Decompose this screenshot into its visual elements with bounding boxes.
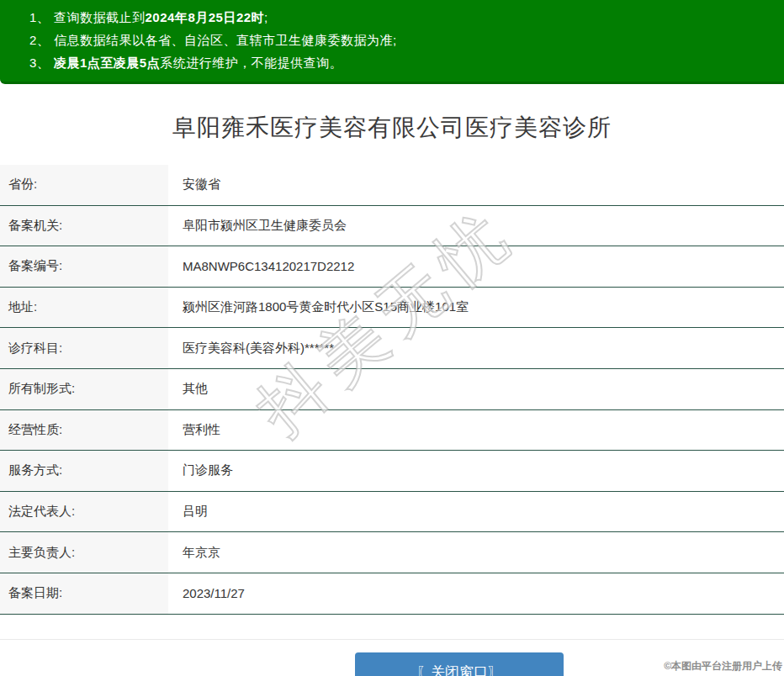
notice-text: 查询数据截止到: [54, 10, 146, 24]
row-label: 服务方式:: [0, 451, 168, 491]
notice-text: 系统进行维护，不能提供查询。: [160, 55, 342, 70]
row-value: MA8NWP6C134120217D2212: [168, 246, 784, 287]
row-value: 营利性: [168, 410, 784, 451]
row-label: 备案日期:: [0, 573, 168, 614]
notice-number: 2、: [29, 33, 54, 47]
notice-number: 1、: [29, 10, 54, 24]
row-label: 所有制形式:: [0, 369, 168, 409]
notice-header: 1、 查询数据截止到2024年8月25日22时; 2、 信息数据结果以各省、自治…: [0, 0, 784, 84]
table-row: 主要负责人: 年京京: [0, 532, 784, 573]
table-row: 服务方式: 门诊服务: [0, 451, 784, 492]
row-label: 诊疗科目:: [0, 328, 168, 368]
row-value: 其他: [168, 369, 784, 409]
copyright-note: ©本图由平台注册用户上传: [664, 659, 782, 673]
table-row: 备案日期: 2023/11/27: [0, 573, 784, 615]
table-row: 诊疗科目: 医疗美容科(美容外科)******: [0, 328, 784, 369]
row-label: 经营性质:: [0, 410, 168, 451]
table-row: 备案编号: MA8NWP6C134120217D2212: [0, 246, 784, 288]
table-row: 地址: 颍州区淮河路1800号黄金时代小区S15商业楼101室: [0, 288, 784, 329]
info-table: 省份: 安徽省 备案机关: 阜阳市颍州区卫生健康委员会 备案编号: MA8NWP…: [0, 165, 784, 615]
table-row: 备案机关: 阜阳市颍州区卫生健康委员会: [0, 206, 784, 247]
row-label: 省份:: [0, 165, 168, 205]
notice-item-2: 2、 信息数据结果以各省、自治区、直辖市卫生健康委数据为准;: [29, 29, 776, 51]
notice-item-3: 3、 凌晨1点至凌晨5点系统进行维护，不能提供查询。: [29, 51, 776, 74]
row-value: 安徽省: [168, 165, 784, 205]
page-title: 阜阳雍禾医疗美容有限公司医疗美容诊所: [0, 112, 784, 144]
row-label: 备案编号:: [0, 246, 168, 287]
row-value: 阜阳市颍州区卫生健康委员会: [168, 206, 784, 246]
table-row: 所有制形式: 其他: [0, 369, 784, 410]
row-value: 年京京: [168, 532, 784, 573]
row-value: 2023/11/27: [168, 573, 784, 614]
row-label: 地址:: [0, 288, 168, 328]
row-value: 门诊服务: [168, 451, 784, 491]
table-row: 经营性质: 营利性: [0, 410, 784, 452]
close-window-button[interactable]: 〖关闭窗口〗: [355, 652, 564, 676]
notice-item-1: 1、 查询数据截止到2024年8月25日22时;: [29, 6, 776, 29]
table-row: 省份: 安徽省: [0, 165, 784, 206]
notice-bold-text: 2024年8月25日22时: [146, 10, 265, 24]
row-label: 主要负责人:: [0, 532, 168, 573]
row-value: 吕明: [168, 492, 784, 532]
notice-text: 信息数据结果以各省、自治区、直辖市卫生健康委数据为准;: [54, 33, 397, 47]
row-label: 备案机关:: [0, 206, 168, 246]
notice-number: 3、: [29, 55, 54, 70]
footer-divider: [0, 639, 784, 640]
row-value: 医疗美容科(美容外科)******: [168, 328, 784, 368]
notice-bold-text: 凌晨1点至凌晨5点: [54, 55, 160, 70]
row-value: 颍州区淮河路1800号黄金时代小区S15商业楼101室: [168, 288, 784, 328]
notice-text: ;: [264, 10, 268, 24]
table-row: 法定代表人: 吕明: [0, 492, 784, 533]
row-label: 法定代表人:: [0, 492, 168, 532]
